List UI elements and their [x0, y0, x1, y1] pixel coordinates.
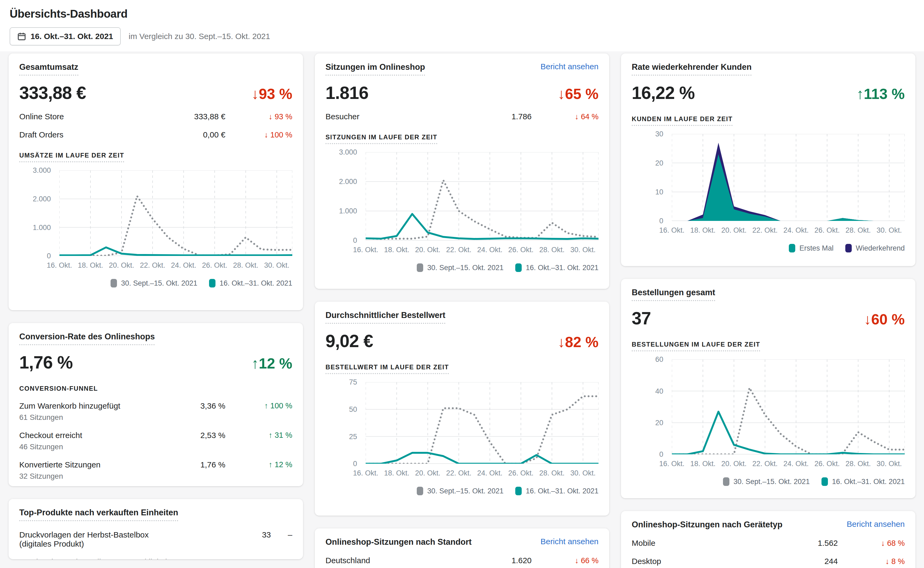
funnel-step-label: Zum Warenkorb hinzugefügt	[19, 402, 137, 411]
card-standort: Onlineshop-Sitzungen nach Standort Beric…	[315, 529, 609, 568]
legend-item-current: 16. Okt.–31. Okt. 2021	[515, 263, 598, 272]
legend-label: 30. Sept.–15. Okt. 2021	[121, 279, 197, 287]
funnel-step-delta: ↑ 31 %	[226, 431, 292, 440]
orders-over-time-chart: 604020016. Okt.18. Okt.20. Okt.22. Okt.2…	[632, 360, 905, 470]
conversion-funnel: Zum Warenkorb hinzugefügt 61 Sitzungen 3…	[19, 402, 292, 480]
location-value: 1.620	[443, 556, 532, 565]
legend-chip-first-time	[789, 244, 795, 252]
legend-chip-current	[515, 263, 522, 272]
section-label: CONVERSION-FUNNEL	[19, 385, 98, 392]
section-label[interactable]: KUNDEN IM LAUFE DER ZEIT	[632, 115, 733, 126]
legend-label: 30. Sept.–15. Okt. 2021	[427, 264, 503, 272]
dashboard-grid: Gesamtumsatz 333,88 € ↓93 % Online Store…	[0, 51, 924, 568]
card-title-gesamtumsatz[interactable]: Gesamtumsatz	[19, 62, 79, 76]
date-range-label: 16. Okt.–31. Okt. 2021	[30, 32, 113, 41]
legend-chip-previous	[723, 477, 729, 486]
row-value: 0,00 €	[137, 130, 226, 139]
date-range-button[interactable]: 16. Okt.–31. Okt. 2021	[10, 27, 121, 45]
date-filter-row: 16. Okt.–31. Okt. 2021 im Vergleich zu 3…	[10, 27, 914, 45]
card-title-sitzungen[interactable]: Sitzungen im Onlineshop	[326, 62, 425, 76]
legend-chip-previous	[111, 279, 117, 287]
location-label: Deutschland	[326, 556, 443, 565]
card-title-geraetetyp: Onlineshop-Sitzungen nach Gerätetyp	[632, 520, 782, 529]
legend-item-previous: 30. Sept.–15. Okt. 2021	[723, 477, 810, 486]
device-value: 244	[750, 557, 838, 566]
table-row: Deutschland 1.620 ↓ 66 %	[326, 556, 598, 565]
legend-chip-previous	[417, 263, 423, 272]
legend-label: 16. Okt.–31. Okt. 2021	[220, 279, 292, 287]
table-row: Besucher 1.786 ↓ 64 %	[326, 112, 598, 121]
device-list: Mobile 1.562 ↓ 68 % Desktop 244 ↓ 8 % Ta…	[632, 539, 905, 568]
page-header: Übersichts-Dashboard 16. Okt.–31. Okt. 2…	[0, 0, 924, 51]
card-title-conversion[interactable]: Conversion-Rate des Onlineshops	[19, 332, 155, 345]
view-report-link[interactable]: Bericht ansehen	[541, 62, 598, 71]
revenue-over-time-chart: 3.0002.0001.000016. Okt.18. Okt.20. Okt.…	[19, 170, 292, 272]
legend-chip-current	[515, 487, 522, 495]
card-sitzungen: Sitzungen im Onlineshop Bericht ansehen …	[315, 53, 609, 289]
row-value: 1.786	[443, 112, 532, 121]
legend-item-previous: 30. Sept.–15. Okt. 2021	[111, 279, 197, 287]
column-right: Rate wiederkehrender Kunden 16,22 % ↑113…	[621, 53, 915, 568]
total-sales-value: 333,88 €	[19, 83, 86, 103]
card-bestellungen: Bestellungen gesamt 37 ↓60 % BESTELLUNGE…	[621, 279, 915, 498]
page-title: Übersichts-Dashboard	[10, 8, 914, 20]
chart-legend: Erstes Mal Wiederkehrend	[632, 244, 905, 252]
legend-item-previous: 30. Sept.–15. Okt. 2021	[417, 487, 503, 495]
orders-delta: ↓60 %	[864, 311, 905, 328]
view-report-link[interactable]: Bericht ansehen	[847, 520, 905, 529]
table-row: Mobile 1.562 ↓ 68 %	[632, 539, 905, 548]
legend-chip-current	[209, 279, 215, 287]
device-label: Desktop	[632, 557, 750, 566]
view-report-link[interactable]: Bericht ansehen	[541, 537, 598, 546]
aov-delta: ↓82 %	[557, 334, 598, 350]
card-title-bestellwert[interactable]: Durchschnittlicher Bestellwert	[326, 310, 445, 324]
legend-label: 30. Sept.–15. Okt. 2021	[733, 477, 810, 486]
product-units: 33	[183, 530, 271, 539]
legend-item-current: 16. Okt.–31. Okt. 2021	[821, 477, 905, 486]
legend-chip-current	[821, 477, 828, 486]
table-row: Desktop 244 ↓ 8 %	[632, 557, 905, 566]
card-title-bestellungen[interactable]: Bestellungen gesamt	[632, 287, 715, 301]
funnel-step-label: Konvertierte Sitzungen	[19, 460, 137, 469]
legend-item-current: 16. Okt.–31. Okt. 2021	[515, 487, 598, 495]
table-row: Online Store 333,88 € ↓ 93 %	[19, 112, 292, 121]
funnel-step-value: 2,53 %	[137, 431, 226, 440]
orders-value: 37	[632, 308, 651, 328]
card-title-top-produkte[interactable]: Top-Produkte nach verkauften Einheiten	[19, 508, 178, 521]
sales-breakdown: Online Store 333,88 € ↓ 93 % Draft Order…	[19, 112, 292, 139]
chart-legend: 30. Sept.–15. Okt. 2021 16. Okt.–31. Okt…	[326, 487, 598, 495]
chart-legend: 30. Sept.–15. Okt. 2021 16. Okt.–31. Okt…	[326, 263, 598, 272]
row-delta: ↓ 93 %	[226, 112, 292, 121]
chart-legend: 30. Sept.–15. Okt. 2021 16. Okt.–31. Okt…	[632, 477, 905, 486]
funnel-step-value: 3,36 %	[137, 402, 226, 411]
section-label[interactable]: SITZUNGEN IM LAUFE DER ZEIT	[326, 133, 437, 144]
section-label[interactable]: BESTELLWERT IM LAUFE DER ZEIT	[326, 363, 449, 374]
calendar-icon	[17, 32, 26, 41]
row-label: Besucher	[326, 112, 443, 121]
product-delta: –	[271, 530, 292, 539]
legend-label: 16. Okt.–31. Okt. 2021	[832, 477, 905, 486]
top-products-list: Druckvorlagen der Herbst-Bastelbox (digi…	[19, 530, 292, 559]
list-item: Druckvorlagen der Halloween-Box (digital…	[19, 557, 292, 559]
section-label[interactable]: BESTELLUNGEN IM LAUFE DER ZEIT	[632, 341, 760, 351]
legend-chip-previous	[417, 487, 423, 495]
funnel-step-delta: ↑ 12 %	[226, 460, 292, 469]
total-sales-delta: ↓93 %	[251, 85, 292, 103]
device-value: 1.562	[750, 539, 838, 548]
funnel-step-sessions: 61 Sitzungen	[19, 413, 137, 422]
card-title-standort: Onlineshop-Sitzungen nach Standort	[326, 537, 472, 547]
order-value-over-time-chart: 755025016. Okt.18. Okt.20. Okt.22. Okt.2…	[326, 382, 598, 480]
comparison-period-text: im Vergleich zu 30. Sept.–15. Okt. 2021	[129, 32, 270, 41]
row-delta: ↓ 64 %	[532, 112, 598, 121]
card-title-kunden[interactable]: Rate wiederkehrender Kunden	[632, 62, 751, 76]
conversion-rate-delta: ↑12 %	[251, 355, 292, 372]
legend-item-returning: Wiederkehrend	[845, 244, 905, 252]
returning-rate-value: 16,22 %	[632, 83, 695, 103]
sessions-over-time-chart: 3.0002.0001.000016. Okt.18. Okt.20. Okt.…	[326, 152, 598, 257]
product-name: Druckvorlagen der Herbst-Bastelbox (digi…	[19, 530, 183, 548]
legend-item-current: 16. Okt.–31. Okt. 2021	[209, 279, 292, 287]
legend-label: 16. Okt.–31. Okt. 2021	[526, 487, 598, 495]
section-label[interactable]: UMSÄTZE IM LAUFE DER ZEIT	[19, 152, 124, 162]
card-bestellwert: Durchschnittlicher Bestellwert 9,02 € ↓8…	[315, 302, 609, 515]
legend-label: Erstes Mal	[799, 244, 833, 252]
